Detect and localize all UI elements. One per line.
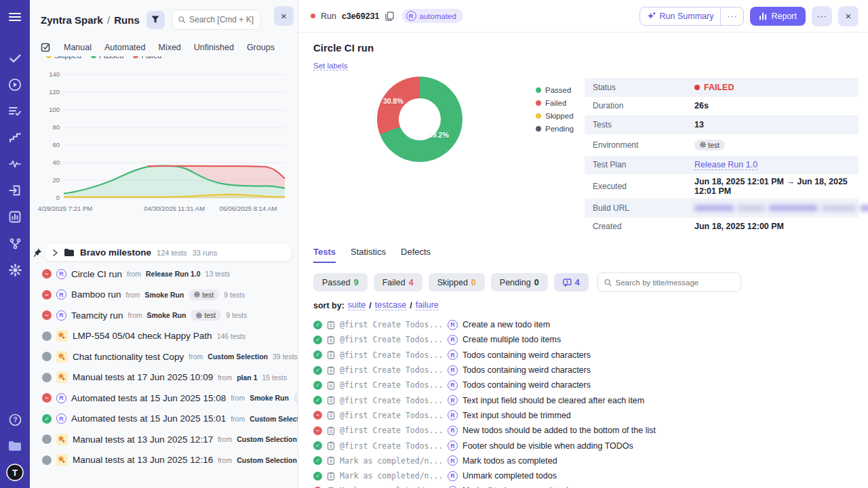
menu-icon[interactable] xyxy=(6,8,24,26)
set-labels-link[interactable]: Set labels xyxy=(313,62,348,70)
run-name[interactable]: Circle CI run xyxy=(71,269,122,279)
runs-search[interactable] xyxy=(172,9,261,30)
breadcrumb-project[interactable]: Zyntra Spark xyxy=(41,14,103,26)
branches-git-icon[interactable] xyxy=(6,235,24,252)
run-row[interactable]: − R Circle CI run from Release Run 1.0 1… xyxy=(42,264,291,285)
reports-bar-chart-icon[interactable] xyxy=(6,208,24,226)
comments-filter-chip[interactable]: 4 xyxy=(554,273,589,291)
test-title[interactable]: Todos containing weird characters xyxy=(462,365,591,375)
report-button[interactable]: Report xyxy=(750,7,806,26)
filter-skipped-chip[interactable]: Skipped0 xyxy=(429,273,485,291)
close-detail-button[interactable]: × xyxy=(838,6,859,26)
test-result-row[interactable]: ✓ Mark as completed/n... R Unmark comple… xyxy=(313,468,859,483)
test-title[interactable]: Text input should be trimmed xyxy=(462,411,571,420)
suite-name[interactable]: @first Create Todos... xyxy=(340,335,443,344)
tab-tests[interactable]: Tests xyxy=(313,247,336,263)
test-title[interactable]: Create a new todo item xyxy=(462,320,550,329)
tab-manual[interactable]: Manual xyxy=(64,43,92,52)
milestones-steps-icon[interactable] xyxy=(6,129,24,146)
suite-name[interactable]: @first Create Todos... xyxy=(340,320,443,329)
run-row[interactable]: − R Bamboo run from Smoke Run test 9 tes… xyxy=(42,285,291,306)
test-result-row[interactable]: − @first Create Todos... R New todos sho… xyxy=(313,423,859,438)
run-name[interactable]: Teamcity run xyxy=(71,310,123,321)
run-name[interactable]: Automated tests at 15 Jun 2025 15:01 xyxy=(71,413,226,424)
run-name[interactable]: Manual tests at 13 Jun 2025 12:17 xyxy=(73,434,213,445)
pin-icon[interactable] xyxy=(34,249,41,257)
test-title[interactable]: Create multiple todo items xyxy=(462,335,561,344)
test-title[interactable]: Text input field should be cleared after… xyxy=(462,396,644,405)
more-actions-button[interactable]: ··· xyxy=(812,6,832,26)
tab-defects[interactable]: Defects xyxy=(401,247,431,263)
suite-name[interactable]: Mark as completed/n... xyxy=(340,471,443,481)
suite-name[interactable]: @first Create Todos... xyxy=(340,426,443,435)
test-title[interactable]: Mark todos as completed xyxy=(462,456,557,466)
test-result-row[interactable]: ✓ @first Create Todos... R Create a new … xyxy=(313,317,859,332)
test-plan-link[interactable]: Release Run 1.0 xyxy=(694,160,757,170)
help-icon[interactable]: ? xyxy=(6,411,24,428)
run-summary-more-button[interactable]: ··· xyxy=(720,7,743,25)
tab-unfinished[interactable]: Unfinished xyxy=(194,43,234,52)
test-result-row[interactable]: ✓ @first Create Todos... R Create multip… xyxy=(313,332,859,347)
test-result-row[interactable]: − @first Create Todos... R Text input sh… xyxy=(313,408,859,423)
run-name[interactable]: Bamboo run xyxy=(71,289,121,300)
filter-failed-chip[interactable]: Failed4 xyxy=(374,273,422,291)
test-result-row[interactable]: ✓ @first Create Todos... R Todos contain… xyxy=(313,348,859,363)
panel-close-button[interactable]: × xyxy=(274,6,294,26)
projects-folder-icon[interactable] xyxy=(6,437,24,455)
run-name[interactable]: Chat functionality test Copy xyxy=(73,352,184,362)
test-result-row[interactable]: − Mark as completed/n... R Mark all todo… xyxy=(313,483,859,488)
settings-gear-icon[interactable] xyxy=(6,261,24,279)
tests-check-icon[interactable] xyxy=(6,49,24,67)
run-row[interactable]: LMP-554 05/04 check Happy Path 146 tests xyxy=(42,326,291,347)
tab-automated[interactable]: Automated xyxy=(104,43,145,52)
filter-button[interactable] xyxy=(146,11,165,29)
run-row[interactable]: Manual tests at 13 Jun 2025 12:16 from C… xyxy=(42,450,291,471)
suite-name[interactable]: Mark as completed/n... xyxy=(340,456,443,466)
test-result-row[interactable]: ✓ @first Create Todos... R Text input fi… xyxy=(313,392,859,407)
run-name[interactable]: Manual tests at 17 Jun 2025 10:09 xyxy=(73,372,213,382)
chevron-right-icon[interactable] xyxy=(52,249,58,256)
logo[interactable]: T xyxy=(6,464,24,481)
run-name[interactable]: Automated tests at 15 Jun 2025 15:08 xyxy=(71,393,226,403)
select-runs-icon[interactable] xyxy=(41,42,51,52)
run-row[interactable]: Manual tests at 13 Jun 2025 12:17 from C… xyxy=(42,429,291,450)
test-result-row[interactable]: ✓ @first Create Todos... R Footer should… xyxy=(313,438,859,453)
test-result-row[interactable]: ✓ Mark as completed/n... R Mark todos as… xyxy=(313,453,859,468)
run-name[interactable]: Manual tests at 13 Jun 2025 12:16 xyxy=(73,455,213,465)
tab-groups[interactable]: Groups xyxy=(247,43,275,52)
suite-name[interactable]: @first Create Todos... xyxy=(340,365,443,375)
test-title[interactable]: Todos containing weird characters xyxy=(462,350,591,360)
sort-by-failure[interactable]: failure xyxy=(416,300,439,310)
suite-name[interactable]: @first Create Todos... xyxy=(340,396,443,405)
tab-mixed[interactable]: Mixed xyxy=(158,43,180,52)
tests-search-input[interactable] xyxy=(616,279,734,287)
suite-name[interactable]: @first Create Todos... xyxy=(340,411,443,420)
runs-search-input[interactable] xyxy=(189,15,254,24)
run-row[interactable]: ✓ R Automated tests at 15 Jun 2025 15:01… xyxy=(42,409,291,430)
test-title[interactable]: Todos containing weird characters xyxy=(462,380,591,390)
tab-statistics[interactable]: Statistics xyxy=(351,247,386,263)
run-row[interactable]: Chat functionality test Copy from Custom… xyxy=(42,346,291,367)
run-row[interactable]: − R Automated tests at 15 Jun 2025 15:08… xyxy=(42,388,291,409)
test-result-row[interactable]: ✓ @first Create Todos... R Todos contain… xyxy=(313,378,859,392)
milestone-name[interactable]: Bravo milestone xyxy=(80,247,151,258)
suite-name[interactable]: @first Create Todos... xyxy=(340,350,443,360)
analytics-pulse-icon[interactable] xyxy=(6,155,24,173)
tests-search[interactable] xyxy=(597,272,741,292)
sort-by-testcase[interactable]: testcase xyxy=(375,300,407,310)
suite-name[interactable]: @first Create Todos... xyxy=(340,380,443,390)
import-sign-in-icon[interactable] xyxy=(6,182,24,199)
run-name[interactable]: LMP-554 05/04 check Happy Path xyxy=(73,331,212,341)
suite-name[interactable]: @first Create Todos... xyxy=(340,441,443,451)
test-title[interactable]: New todos should be added to the bottom … xyxy=(462,426,656,435)
sort-by-suite[interactable]: suite xyxy=(348,300,366,310)
copy-icon[interactable] xyxy=(385,12,394,21)
filter-pending-chip[interactable]: Pending0 xyxy=(491,273,548,291)
test-title[interactable]: Unmark completed todos xyxy=(462,471,557,481)
plans-list-check-icon[interactable] xyxy=(6,102,24,120)
run-summary-button[interactable]: Run Summary ··· xyxy=(639,7,745,26)
run-row[interactable]: − R Teamcity run from Smoke Run test 9 t… xyxy=(42,305,291,326)
test-result-row[interactable]: ✓ @first Create Todos... R Todos contain… xyxy=(313,363,859,378)
runs-play-icon[interactable] xyxy=(6,76,24,94)
filter-passed-chip[interactable]: Passed9 xyxy=(313,273,368,291)
